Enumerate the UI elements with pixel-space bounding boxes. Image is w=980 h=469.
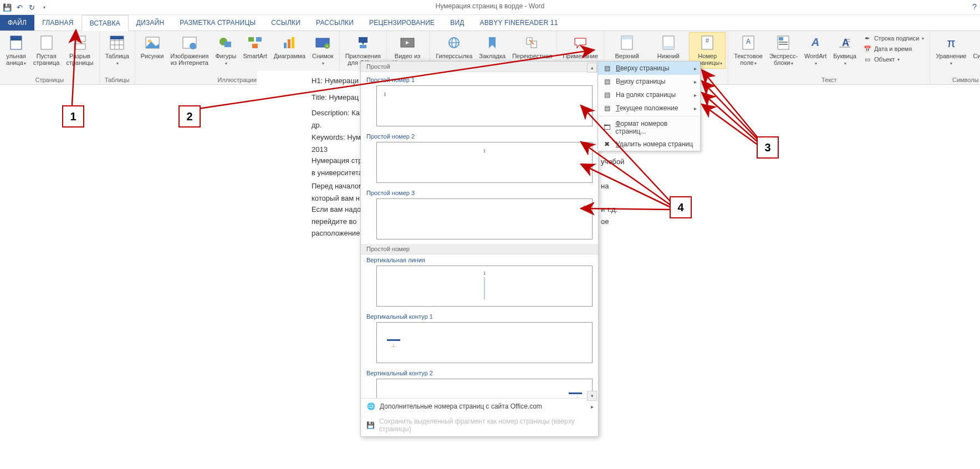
doc-line: и т.д. [601, 204, 867, 215]
svg-text:#: # [706, 37, 710, 44]
help-icon[interactable]: ? [972, 2, 977, 11]
textbox-icon: A [742, 35, 755, 50]
redo-icon[interactable]: ↻ [28, 3, 35, 11]
office-icon: 🌐 [366, 402, 375, 411]
gallery-body[interactable]: ▴ Простой номер 1 1 Простой номер 2 1 Пр… [361, 72, 598, 398]
equation-button[interactable]: πУравнение▾ [932, 32, 969, 69]
pictures-icon [145, 36, 160, 49]
pictures-button[interactable]: Рисунки [137, 32, 167, 61]
shapes-button[interactable]: Фигуры▾ [212, 32, 239, 69]
gallery-preview-6[interactable]: ⊥ [376, 379, 593, 398]
tab-view[interactable]: ВИД [442, 15, 472, 30]
group-label-sym: Символы [932, 75, 980, 84]
doc-line: учебой [601, 156, 867, 167]
svg-rect-10 [110, 36, 124, 39]
svg-rect-19 [252, 44, 258, 48]
gallery-scroll-up[interactable]: ▴ [587, 72, 597, 73]
bookmark-button[interactable]: Закладка [476, 32, 509, 61]
table-button[interactable]: Таблица▾ [102, 32, 132, 69]
gallery-preview-3[interactable]: 1 [376, 198, 593, 239]
gallery-preview-2[interactable]: 1 [376, 142, 593, 183]
dropcap-button[interactable]: AБуквица▾ [830, 32, 860, 69]
gallery-preview-4[interactable]: 1 [376, 266, 593, 307]
pn-bottom-of-page[interactable]: ▤Внизу страницы▸ [598, 75, 700, 88]
object-button[interactable]: ▭Объект▾ [862, 54, 925, 64]
screenshot-button[interactable]: +Снимок▾ [309, 32, 337, 69]
tab-insert[interactable]: ВСТАВКА [81, 15, 129, 31]
shapes-icon [218, 36, 233, 49]
gallery-more-office[interactable]: 🌐Дополнительные номера страниц с сайта O… [361, 399, 598, 414]
pn-page-margins[interactable]: ▤На полях страницы▸ [598, 88, 700, 101]
gallery-preview-1[interactable]: 1 [376, 85, 593, 126]
callout-4: 4 [670, 196, 692, 218]
pn-remove[interactable]: ✖Удалить номера страниц [598, 137, 700, 151]
gallery-header: Простой [361, 62, 598, 72]
group-label-tables: Таблицы [102, 75, 132, 84]
svg-text:+: + [326, 44, 329, 49]
gallery-preview-5[interactable]: ⊥ [376, 322, 593, 363]
tab-mailings[interactable]: РАССЫЛКИ [308, 15, 361, 30]
group-tables: Таблица▾ Таблицы [100, 31, 135, 84]
svg-rect-26 [360, 45, 366, 48]
online-pictures-icon [182, 36, 197, 49]
svg-rect-22 [292, 37, 294, 48]
comment-button[interactable]: Примечание [559, 32, 601, 61]
gallery-item-title: Вертикальный контур 2 [361, 368, 598, 378]
pn-format[interactable]: 🗔Формат номеров страниц... [598, 118, 700, 137]
quick-parts-button[interactable]: Экспресс-блоки▾ [766, 32, 801, 69]
tab-references[interactable]: ССЫЛКИ [263, 15, 308, 30]
chart-button[interactable]: Диаграмма [270, 32, 309, 61]
bookmark-icon [487, 36, 498, 49]
page-break-button[interactable]: Разрывстраницы [63, 32, 96, 68]
svg-rect-21 [288, 39, 290, 48]
save-icon[interactable]: 💾 [3, 3, 11, 11]
svg-rect-37 [663, 46, 674, 49]
smartart-button[interactable]: SmartArt [239, 32, 270, 61]
tab-home[interactable]: ГЛАВНАЯ [34, 15, 81, 30]
pn-top-of-page[interactable]: ▤Вверху страницы▸ [598, 62, 700, 75]
apps-icon [355, 35, 371, 50]
svg-point-14 [190, 43, 196, 49]
cover-page-button[interactable]: ульнаяаница▾ [2, 32, 30, 69]
tab-abbyy[interactable]: ABBYY FineReader 11 [472, 15, 566, 30]
date-icon: 📅 [863, 44, 872, 53]
callout-2: 2 [178, 105, 201, 128]
current-pos-icon: ▤ [603, 104, 611, 113]
tab-layout[interactable]: РАЗМЕТКА СТРАНИЦЫ [172, 15, 263, 30]
undo-icon[interactable]: ↶ [16, 3, 23, 11]
pn-current-position[interactable]: ▤Текущее положение▸ [598, 101, 700, 115]
page-bottom-icon: ▤ [603, 77, 611, 86]
svg-rect-17 [248, 37, 254, 42]
tab-file[interactable]: ФАЙЛ [0, 15, 34, 30]
tab-design[interactable]: ДИЗАЙН [129, 15, 172, 30]
svg-line-56 [702, 81, 761, 143]
tab-review[interactable]: РЕЦЕНЗИРОВАНИЕ [361, 15, 442, 30]
wordart-button[interactable]: AWordArt▾ [801, 32, 830, 69]
gallery-scroll-down[interactable]: ▾ [587, 391, 597, 398]
online-pictures-button[interactable]: Изображенияиз Интернета [167, 32, 212, 68]
group-label-pages: Страницы [2, 75, 97, 84]
doc-line: на [601, 181, 867, 192]
hyperlink-button[interactable]: Гиперссылка [432, 32, 476, 61]
svg-rect-45 [779, 44, 788, 45]
page-margins-icon: ▤ [603, 90, 611, 99]
format-icon: 🗔 [603, 123, 611, 132]
gallery-save-selection: 💾Сохранить выделенный фрагмент как номер… [361, 414, 598, 436]
group-text: AТекстовоеполе▾ Экспресс-блоки▾ AWordArt… [728, 31, 930, 84]
symbol-button[interactable]: ΩСимвол▾ [969, 32, 980, 69]
group-pages: ульнаяаница▾ Пустаястраница Разрывстрани… [0, 31, 100, 84]
date-time-button[interactable]: 📅Дата и время [862, 44, 925, 54]
blank-page-button[interactable]: Пустаястраница [30, 32, 63, 68]
gallery-item-title: Вертикальный контур 1 [361, 311, 598, 321]
svg-rect-3 [74, 36, 85, 42]
svg-rect-16 [224, 42, 231, 47]
cross-reference-icon [525, 36, 538, 49]
signature-line-button[interactable]: ✒Строка подписи▾ [862, 33, 925, 43]
svg-text:A: A [811, 36, 819, 48]
header-icon [620, 35, 634, 50]
qat-customize-icon[interactable]: ▾ [40, 3, 48, 11]
gallery-item-title: Вертикальная линия [361, 254, 598, 264]
app-title: Нумерация страниц в ворде - Word [436, 2, 544, 10]
textbox-button[interactable]: AТекстовоеполе▾ [731, 32, 766, 69]
gallery-item-title: Простой номер 2 [361, 131, 598, 141]
